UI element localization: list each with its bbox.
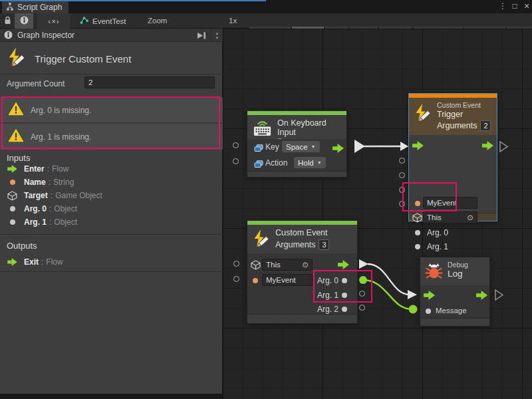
inspector-scroll-arrows[interactable]: ▲ ▼ bbox=[211, 29, 223, 42]
info-icon bbox=[4, 31, 13, 39]
object-dot-icon bbox=[342, 307, 347, 312]
target-field[interactable]: This⊙ bbox=[262, 259, 313, 271]
output-port[interactable] bbox=[359, 291, 365, 297]
input-port[interactable] bbox=[233, 276, 239, 282]
action-label: Action bbox=[265, 158, 287, 168]
node-custom-event[interactable]: Custom Event Arguments 3 This⊙ MyEvent A… bbox=[247, 220, 358, 324]
node-header: Custom Event Trigger Arguments 2 bbox=[409, 98, 497, 135]
input-port[interactable] bbox=[399, 201, 405, 207]
action-dropdown[interactable]: Hold▼ bbox=[294, 157, 326, 168]
node-body: MyEvent This⊙ Arg. 0 Arg. 1 bbox=[409, 135, 497, 213]
flow-input-port[interactable] bbox=[424, 291, 435, 303]
flow-arrow-icon bbox=[7, 165, 18, 173]
divider bbox=[0, 234, 223, 235]
node-title: Log bbox=[448, 269, 468, 279]
window-icon bbox=[254, 159, 263, 171]
event-name-field[interactable]: MyEvent bbox=[423, 197, 477, 209]
object-dot-icon bbox=[426, 309, 431, 314]
event-name-field[interactable]: MyEvent bbox=[262, 274, 313, 286]
cube-icon bbox=[7, 191, 18, 201]
bolt-pencil-icon bbox=[414, 102, 432, 132]
flow-output-port[interactable] bbox=[482, 141, 493, 153]
string-dot-icon bbox=[7, 180, 18, 185]
warning-row: Arg. 0 is missing. bbox=[0, 97, 223, 123]
input-port[interactable] bbox=[233, 261, 239, 267]
arguments-count-field[interactable]: 3 bbox=[319, 239, 329, 250]
kebab-menu-icon[interactable]: ⋮ bbox=[497, 1, 508, 11]
message-label: Message bbox=[436, 307, 467, 315]
inputs-header: Inputs bbox=[7, 153, 30, 163]
node-trigger-custom-event[interactable]: Custom Event Trigger Arguments 2 MyEvent bbox=[408, 93, 497, 221]
warning-row: Arg. 1 is missing. bbox=[0, 124, 223, 150]
target-picker-icon[interactable]: ⊙ bbox=[302, 260, 309, 269]
arg1-label: Arg. 1 bbox=[427, 242, 448, 251]
input-port[interactable] bbox=[399, 172, 405, 178]
arg0-label: Arg. 0 bbox=[427, 228, 448, 237]
input-port[interactable] bbox=[233, 142, 239, 148]
dock-icon[interactable] bbox=[197, 32, 206, 41]
inspector-toggle-button[interactable] bbox=[15, 13, 33, 29]
zoom-value: 1x bbox=[229, 13, 237, 29]
node-body: This⊙ MyEvent Arg. 0 Arg. 1 Arg. 2 bbox=[247, 253, 357, 314]
graph-inspector-header[interactable]: Graph Inspector bbox=[0, 29, 223, 42]
argument-count-label: Argument Count bbox=[7, 79, 65, 88]
flow-output-port[interactable] bbox=[338, 260, 349, 272]
lock-button[interactable] bbox=[0, 13, 15, 29]
target-picker-icon[interactable]: ⊙ bbox=[467, 213, 473, 222]
graph-toolbar: ‹×› EventTest Zoom 1x Relations Values D… bbox=[0, 13, 532, 29]
object-dot-icon bbox=[342, 278, 347, 283]
unit-title: Trigger Custom Event bbox=[7, 47, 131, 70]
arguments-count-field[interactable]: 2 bbox=[480, 120, 491, 131]
bolt-pencil-icon bbox=[7, 47, 27, 70]
input-row-arg0: Arg. 0:Object bbox=[7, 202, 77, 215]
divider bbox=[0, 74, 223, 74]
unity-script-graph-window: Script Graph ⋮ □ × ‹×› EventTest Zoom 1x bbox=[0, 0, 532, 399]
object-dot-icon bbox=[415, 244, 420, 249]
node-title: Trigger bbox=[437, 110, 491, 119]
spinner-up-icon[interactable]: ▲ bbox=[215, 31, 219, 35]
graph-breadcrumb[interactable]: EventTest bbox=[80, 13, 126, 29]
close-icon[interactable]: × bbox=[521, 1, 532, 11]
tab-script-graph[interactable]: Script Graph bbox=[2, 1, 68, 13]
maximize-icon[interactable]: □ bbox=[509, 1, 520, 11]
window-icon bbox=[254, 143, 263, 155]
input-port[interactable] bbox=[399, 158, 405, 164]
node-body: Message bbox=[420, 285, 489, 318]
bug-icon bbox=[425, 261, 443, 283]
bolt-pencil-icon bbox=[252, 228, 271, 251]
node-on-keyboard-input[interactable]: On Keyboard Input Event Key Space▼ Actio… bbox=[247, 110, 347, 178]
keyboard-icon bbox=[252, 118, 273, 136]
zoom-label: Zoom bbox=[148, 13, 167, 29]
flow-input-port[interactable] bbox=[412, 141, 424, 153]
key-label: Key bbox=[265, 142, 279, 152]
string-dot-icon bbox=[253, 278, 258, 283]
input-port[interactable] bbox=[233, 158, 239, 164]
chevron-down-icon: ▼ bbox=[317, 160, 322, 165]
node-title: On Keyboard Input bbox=[277, 118, 342, 137]
flow-output-port[interactable] bbox=[476, 291, 487, 303]
node-debug-log[interactable]: Debug Log Message bbox=[420, 257, 490, 327]
tab-label: Script Graph bbox=[17, 3, 62, 12]
key-dropdown[interactable]: Space▼ bbox=[282, 141, 320, 152]
node-header: Debug Log bbox=[420, 257, 489, 285]
flow-output-port[interactable] bbox=[332, 144, 344, 156]
info-icon bbox=[20, 16, 29, 26]
tab-bar: Script Graph ⋮ □ × bbox=[0, 0, 532, 13]
lock-icon bbox=[4, 16, 11, 26]
node-body: Key Space▼ Action Hold▼ bbox=[247, 139, 346, 171]
output-port[interactable] bbox=[359, 305, 365, 311]
input-port[interactable] bbox=[399, 187, 405, 193]
string-dot-icon bbox=[415, 201, 420, 206]
arguments-label: Arguments bbox=[437, 121, 477, 130]
arg2-label: Arg. 2 bbox=[315, 305, 338, 314]
cube-icon bbox=[251, 260, 261, 273]
target-field[interactable]: This⊙ bbox=[423, 211, 477, 223]
code-view-button[interactable]: ‹×› bbox=[37, 13, 70, 29]
node-title: Custom Event bbox=[275, 228, 329, 237]
spinner-down-icon[interactable]: ▼ bbox=[215, 36, 219, 40]
input-row-enter: Enter:Flow bbox=[7, 162, 68, 176]
argument-count-input[interactable]: 2 bbox=[84, 76, 215, 88]
output-row-exit: Exit:Flow bbox=[7, 255, 63, 269]
input-row-target: Target:Game Object bbox=[7, 189, 102, 202]
inspector-header-label: Graph Inspector bbox=[17, 31, 74, 40]
